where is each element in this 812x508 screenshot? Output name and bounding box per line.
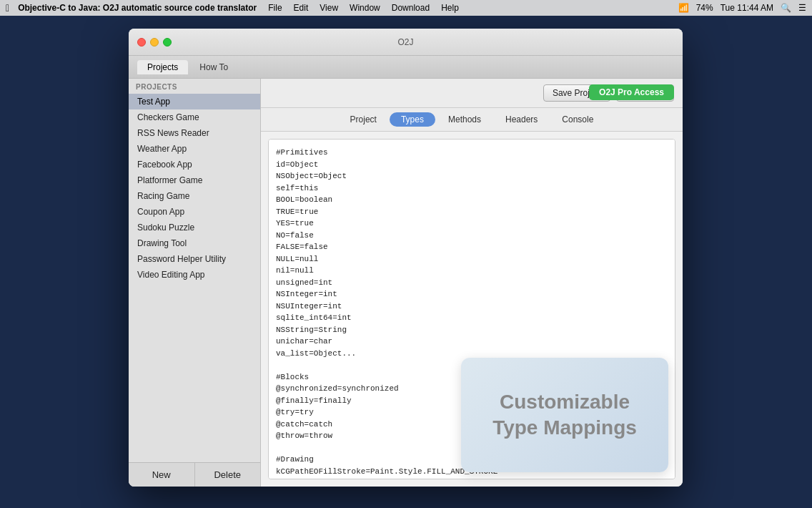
menu-download[interactable]: Download (392, 3, 430, 13)
menu-view[interactable]: View (320, 3, 338, 13)
tab-project[interactable]: Project (339, 112, 388, 127)
clock: Tue 11:44 AM (721, 3, 773, 13)
menu-file[interactable]: File (268, 3, 282, 13)
overlay-card-text: Customizable Type Mappings (492, 389, 637, 441)
tab-types[interactable]: Types (390, 112, 435, 127)
main-window: O2J Projects How To O2J Pro Access PROJE… (129, 29, 683, 487)
sidebar-item-sudoku-puzzle[interactable]: Sudoku Puzzle (129, 220, 260, 235)
battery-level: 74% (696, 3, 713, 13)
sidebar-list: Test App Checkers Game RSS News Reader W… (129, 94, 260, 462)
new-button[interactable]: New (129, 463, 195, 487)
content-tabs: Project Types Methods Headers Console (261, 108, 683, 132)
sidebar-item-facebook-app[interactable]: Facebook App (129, 157, 260, 172)
app-name: Objective-C to Java: O2J automatic sourc… (18, 3, 257, 13)
tab-howto[interactable]: How To (189, 60, 238, 74)
search-icon[interactable]: 🔍 (781, 3, 791, 13)
sidebar-item-drawing-tool[interactable]: Drawing Tool (129, 235, 260, 251)
menu-help[interactable]: Help (441, 3, 459, 13)
minimize-button[interactable] (150, 38, 159, 47)
traffic-lights (137, 38, 172, 47)
pro-access-button[interactable]: O2J Pro Access (589, 84, 674, 100)
sidebar-item-test-app[interactable]: Test App (129, 94, 260, 109)
window-title: O2J (397, 37, 413, 47)
sidebar-item-checkers-game[interactable]: Checkers Game (129, 109, 260, 125)
overlay-line1: Customizable (500, 391, 630, 413)
sidebar-item-platformer-game[interactable]: Platformer Game (129, 172, 260, 188)
delete-button[interactable]: Delete (195, 463, 261, 487)
window-tabs-bar: Projects How To (129, 56, 683, 79)
sidebar-footer: New Delete (129, 462, 260, 487)
tab-methods[interactable]: Methods (437, 112, 492, 127)
tab-headers[interactable]: Headers (494, 112, 549, 127)
editor-area: #Primitives id=Object NSObject=Object se… (261, 132, 683, 487)
menu-window[interactable]: Window (350, 3, 380, 13)
sidebar-item-video-editing[interactable]: Video Editing App (129, 267, 260, 283)
menu-edit[interactable]: Edit (294, 3, 309, 13)
overlay-line2: Type Mappings (492, 416, 637, 439)
sidebar-item-rss-news-reader[interactable]: RSS News Reader (129, 125, 260, 141)
tab-projects[interactable]: Projects (137, 60, 188, 74)
menu-items: File Edit View Window Download Help (268, 3, 459, 13)
wifi-icon: 📶 (678, 3, 689, 13)
overlay-card: Customizable Type Mappings (461, 358, 668, 472)
sidebar-item-racing-game[interactable]: Racing Game (129, 188, 260, 204)
list-icon[interactable]: ☰ (798, 3, 806, 13)
titlebar: O2J (129, 29, 683, 56)
tab-console[interactable]: Console (550, 112, 605, 127)
menubar-right: 📶 74% Tue 11:44 AM 🔍 ☰ (678, 3, 806, 13)
sidebar-item-coupon-app[interactable]: Coupon App (129, 204, 260, 220)
close-button[interactable] (137, 38, 146, 47)
sidebar-item-weather-app[interactable]: Weather App (129, 141, 260, 157)
main-content: Save Project Convert ▶ Project Types Met… (261, 79, 683, 487)
sidebar-item-password-helper[interactable]: Password Helper Utility (129, 251, 260, 267)
sidebar: PROJECTS Test App Checkers Game RSS News… (129, 79, 261, 487)
window-body: PROJECTS Test App Checkers Game RSS News… (129, 79, 683, 487)
sidebar-section-header: PROJECTS (129, 79, 260, 94)
menubar:  Objective-C to Java: O2J automatic sou… (0, 0, 812, 16)
maximize-button[interactable] (163, 38, 172, 47)
apple-menu[interactable]:  (6, 2, 9, 14)
